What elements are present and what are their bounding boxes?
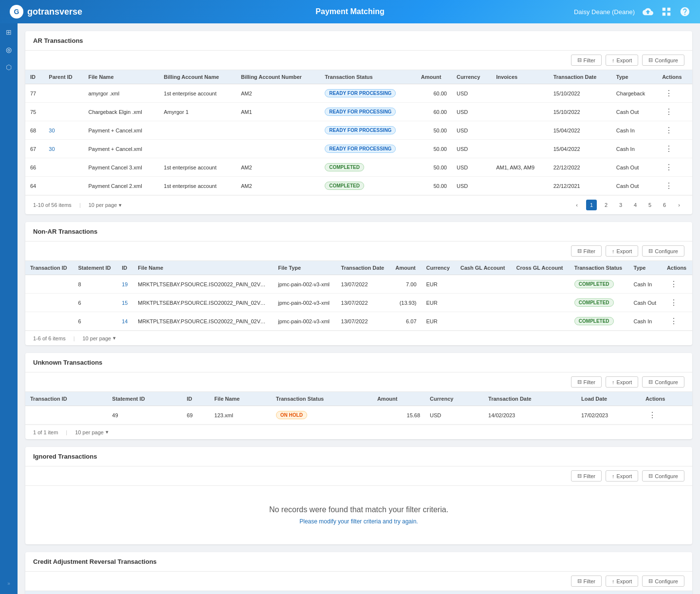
non-ar-transactions-section: Non-AR Transactions ⊟ Filter ↑ Export ⊟ … <box>25 222 692 345</box>
row-actions-button[interactable]: ⋮ <box>662 125 676 136</box>
non-ar-transactions-table: Transaction ID Statement ID ID File Name… <box>25 261 692 331</box>
col-file-name: File Name <box>170 591 275 594</box>
col-file-name: File Name <box>133 261 273 275</box>
col-load-date: Load Date <box>625 591 663 594</box>
id-link[interactable]: 14 <box>122 318 128 324</box>
ar-page-4[interactable]: 4 <box>630 200 641 210</box>
ar-configure-button[interactable]: ⊟ Configure <box>642 55 684 66</box>
row-actions-button[interactable]: ⋮ <box>662 88 676 99</box>
sidebar-icon-globe[interactable]: ◎ <box>4 45 14 55</box>
row-actions-button[interactable]: ⋮ <box>662 162 676 173</box>
col-invoices: Invoices <box>491 70 549 84</box>
col-file-type: File Type <box>273 261 336 275</box>
ignored-filter-button[interactable]: ⊟ Filter <box>571 470 602 482</box>
col-tract-id: Tract ID <box>125 591 155 594</box>
id-link[interactable]: 19 <box>122 281 128 287</box>
user-name[interactable]: Daisy Deane (Deane) <box>574 8 635 16</box>
ignored-export-button[interactable]: ↑ Export <box>606 470 638 482</box>
upload-icon[interactable] <box>643 6 653 17</box>
logo-text: gotransverse <box>27 7 82 17</box>
col-transaction-id: Transaction ID <box>25 261 73 275</box>
id-link[interactable]: 15 <box>122 300 128 306</box>
sidebar-icon-dashboard[interactable]: ⊞ <box>4 27 14 37</box>
col-amount: Amount <box>372 392 425 406</box>
export-icon: ↑ <box>612 248 615 254</box>
filter-icon: ⊟ <box>577 379 582 385</box>
ar-filter-button[interactable]: ⊟ Filter <box>571 55 602 66</box>
filter-icon: ⊟ <box>577 578 582 584</box>
status-badge: READY FOR PROCESSING <box>325 89 396 97</box>
col-currency: Currency <box>422 261 456 275</box>
table-row: 68 30 Payment + Cancel.xml READY FOR PRO… <box>25 121 692 140</box>
grid-icon[interactable] <box>661 6 672 17</box>
configure-icon: ⊟ <box>648 248 653 254</box>
non-ar-pagination: 1-6 of 6 items | 10 per page ▾ <box>25 331 692 345</box>
table-row: 77 amyrgor .xml 1st enterprise account A… <box>25 84 692 103</box>
unknown-pagination: 1 of 1 item | 10 per page ▾ <box>25 425 692 439</box>
ar-page-6[interactable]: 6 <box>659 200 670 210</box>
status-badge: ON HOLD <box>276 411 307 419</box>
non-ar-configure-button[interactable]: ⊟ Configure <box>642 245 684 257</box>
parent-id-link[interactable]: 30 <box>49 128 55 133</box>
row-actions-button[interactable]: ⋮ <box>662 180 676 191</box>
credit-adjustment-toolbar: ⊟ Filter ↑ Export ⊟ Configure <box>25 572 692 591</box>
col-amount: Amount <box>416 70 452 84</box>
unknown-filter-button[interactable]: ⊟ Filter <box>571 376 602 388</box>
status-badge: READY FOR PROCESSING <box>325 126 396 134</box>
export-icon: ↑ <box>612 473 615 479</box>
sidebar-expand[interactable]: » <box>7 581 10 590</box>
col-file-name: File Name <box>84 70 159 84</box>
col-id: ID <box>154 591 170 594</box>
ignored-configure-button[interactable]: ⊟ Configure <box>642 470 684 482</box>
credit-filter-button[interactable]: ⊟ Filter <box>571 575 602 587</box>
ar-pagination: 1-10 of 56 items | 10 per page ▾ ‹ 1 2 3… <box>25 195 692 214</box>
ignored-transactions-title: Ignored Transactions <box>25 447 692 466</box>
row-actions-button[interactable]: ⋮ <box>667 297 681 308</box>
ar-page-3[interactable]: 3 <box>615 200 626 210</box>
col-currency: Currency <box>532 591 566 594</box>
table-row: 6 14 MRKTPLTSEBAY.PSOURCE.ISO20022_PAIN_… <box>25 312 692 331</box>
ar-page-5[interactable]: 5 <box>645 200 655 210</box>
ar-page-2[interactable]: 2 <box>601 200 611 210</box>
ar-items-text: 1-10 of 56 items <box>33 202 72 208</box>
ar-export-button[interactable]: ↑ Export <box>606 55 638 66</box>
sidebar-icon-share[interactable]: ⬡ <box>4 62 14 72</box>
col-id: ID <box>25 70 44 84</box>
table-row: 66 Payment Cancel 3.xml 1st enterprise a… <box>25 158 692 177</box>
row-actions-button[interactable]: ⋮ <box>662 106 676 117</box>
status-badge: COMPLETED <box>325 163 364 171</box>
unknown-configure-button[interactable]: ⊟ Configure <box>642 376 684 388</box>
table-row: 49 69 123.xml ON HOLD 15.68 USD 14/02/20… <box>25 406 692 425</box>
col-billing-account-name: Billing Account Name <box>347 591 413 594</box>
row-actions-button[interactable]: ⋮ <box>667 278 681 290</box>
col-statement-id: Statement ID <box>73 261 117 275</box>
col-transaction-status: Transaction Status <box>566 591 625 594</box>
status-badge: COMPLETED <box>574 317 614 325</box>
unknown-export-button[interactable]: ↑ Export <box>606 376 638 388</box>
row-actions-button[interactable]: ⋮ <box>667 316 681 327</box>
status-badge: COMPLETED <box>325 182 364 190</box>
configure-icon: ⊟ <box>648 578 653 584</box>
help-icon[interactable] <box>680 6 690 17</box>
unknown-transactions-title: Unknown Transactions <box>25 353 692 372</box>
ar-next-page[interactable]: › <box>674 200 684 210</box>
col-statement-id: Statement ID <box>81 591 125 594</box>
col-billing-account-name: Billing Account Name <box>159 70 236 84</box>
col-type: Type <box>629 261 662 275</box>
non-ar-filter-button[interactable]: ⊟ Filter <box>571 245 602 257</box>
row-actions-button[interactable]: ⋮ <box>645 409 659 421</box>
non-ar-export-button[interactable]: ↑ Export <box>606 245 638 257</box>
non-ar-per-page[interactable]: 10 per page ▾ <box>83 335 116 341</box>
row-actions-button[interactable]: ⋮ <box>662 143 676 154</box>
credit-export-button[interactable]: ↑ Export <box>606 575 638 587</box>
ar-per-page[interactable]: 10 per page ▾ <box>89 202 122 208</box>
parent-id-link[interactable]: 30 <box>49 146 55 152</box>
unknown-per-page[interactable]: 10 per page ▾ <box>75 429 109 435</box>
ar-page-1[interactable]: 1 <box>586 200 597 210</box>
ar-prev-page[interactable]: ‹ <box>571 200 582 210</box>
filter-icon: ⊟ <box>577 473 582 479</box>
main-content: AR Transactions ⊟ Filter ↑ Export ⊟ Conf… <box>18 23 700 594</box>
logo-icon: G <box>10 5 23 19</box>
credit-configure-button[interactable]: ⊟ Configure <box>642 575 684 587</box>
table-row: 67 30 Payment + Cancel.xml READY FOR PRO… <box>25 140 692 158</box>
